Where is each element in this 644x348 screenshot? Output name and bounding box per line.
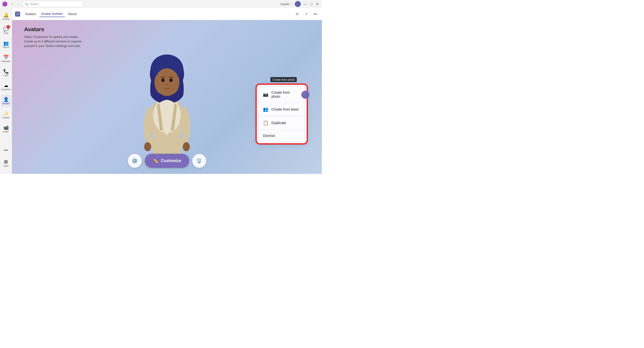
sidebar-item-activity[interactable]: 🔔 Activity	[1, 10, 11, 23]
create-from-base-label: Create from base	[271, 107, 299, 111]
app-window: 🟣 ‹ › 🔍 Search Update → — □ ✕ 🔔	[0, 0, 322, 174]
sidebar-label-apps: Apps	[3, 165, 9, 167]
update-button[interactable]: Update →	[280, 3, 293, 6]
close-button[interactable]: ✕	[315, 2, 320, 7]
avatar-svg	[132, 45, 202, 161]
sidebar: 🔔 Activity 💬 Chat 2 👥 Teams 📅 Calendar 📞…	[0, 8, 12, 174]
svg-point-3	[144, 142, 151, 151]
duplicate-icon: 📋	[263, 120, 268, 126]
dropdown-item-create-from-base[interactable]: 👥 Create from base	[259, 103, 305, 116]
avatars-icon: 👤	[3, 97, 9, 102]
onedrive-icon: ☁	[4, 83, 8, 88]
copilot-icon: ✨	[3, 111, 9, 116]
nav-arrows: ‹ ›	[10, 2, 21, 7]
search-bar[interactable]: 🔍 Search	[23, 1, 83, 7]
sidebar-label-calendar: Calendar	[1, 60, 11, 63]
sidebar-item-copilot[interactable]: ✨ Copilot	[1, 109, 11, 122]
activity-icon: 🔔	[3, 13, 9, 17]
search-placeholder: Search	[30, 3, 39, 6]
more-icon: •••	[4, 148, 8, 153]
delete-icon: 🗑️	[196, 158, 202, 164]
svg-point-18	[169, 78, 172, 82]
popout-button[interactable]: ↗	[303, 11, 310, 18]
sidebar-item-chat[interactable]: 💬 Chat 2	[1, 24, 11, 37]
camera-icon: 📷	[263, 92, 268, 97]
avatar-display	[132, 45, 202, 161]
dropdown-container: Create from photo 📷 Create fromphoto	[257, 77, 307, 143]
search-icon: 🔍	[25, 3, 28, 6]
sidebar-label-calls: Calls	[3, 74, 8, 77]
chat-badge: 2	[7, 25, 10, 29]
sidebar-item-calls[interactable]: 📞 Calls	[1, 66, 11, 79]
nav-item-avatars[interactable]: Avatars	[23, 11, 38, 17]
sidebar-item-avatars[interactable]: 👤 Avatars	[1, 94, 11, 108]
nav-item-about[interactable]: About	[66, 11, 79, 17]
user-avatar	[295, 1, 301, 7]
customize-label: Customize	[161, 159, 181, 163]
sidebar-more-button[interactable]: •••	[1, 144, 11, 157]
sidebar-item-teams[interactable]: 👥 Teams	[1, 38, 11, 51]
dismiss-label: Dismiss	[263, 134, 275, 138]
sidebar-label-avatars: Avatars	[2, 102, 10, 105]
create-from-photo-label: Create fromphoto	[271, 90, 290, 98]
app-logo: A	[15, 12, 20, 17]
customize-button[interactable]: ✏️ Customize	[145, 154, 189, 168]
settings-icon: ⚙️	[132, 158, 138, 164]
nav-item-avatar-builder[interactable]: Avatar builder	[39, 11, 65, 17]
teams-logo-icon: 🟣	[2, 1, 8, 7]
duplicate-label: Duplicate	[271, 121, 286, 125]
more-options-button[interactable]: •••	[312, 11, 319, 18]
svg-point-16	[155, 68, 179, 96]
person-settings-icon: 👥	[263, 107, 268, 112]
content-area: A Avatars Avatar builder About ⟳ ↗ ••• A…	[12, 8, 322, 174]
svg-point-17	[161, 78, 164, 82]
purple-circle-accent	[301, 91, 309, 99]
apps-icon: ⊞	[4, 160, 8, 164]
bottom-controls: ⚙️ ✏️ Customize 🗑️	[128, 154, 206, 168]
sidebar-label-onedrive: OneDrive	[1, 88, 11, 91]
sidebar-label-meet: Meet	[3, 130, 8, 133]
page-title-area: Avatars Select 'Customize' to update you…	[24, 26, 84, 48]
sidebar-item-calendar[interactable]: 📅 Calendar	[1, 52, 11, 65]
dropdown-menu: 📷 Create fromphoto 👥 Create from base 📋	[257, 85, 307, 143]
meet-icon: 📹	[3, 125, 9, 130]
title-bar-left: 🟣 ‹ › 🔍 Search	[2, 1, 83, 7]
nav-forward-button[interactable]: ›	[16, 2, 21, 7]
title-bar: 🟣 ‹ › 🔍 Search Update → — □ ✕	[0, 0, 322, 8]
main-layout: 🔔 Activity 💬 Chat 2 👥 Teams 📅 Calendar 📞…	[0, 8, 322, 174]
minimize-button[interactable]: —	[303, 2, 308, 7]
sidebar-item-apps[interactable]: ⊞ Apps	[1, 157, 11, 170]
sidebar-label-activity: Activity	[2, 18, 10, 20]
create-from-photo-tooltip: Create from photo	[270, 77, 297, 82]
calendar-icon: 📅	[3, 55, 9, 60]
refresh-button[interactable]: ⟳	[294, 11, 301, 18]
dropdown-item-dismiss[interactable]: Dismiss	[259, 130, 305, 141]
app-nav: Avatars Avatar builder About	[23, 11, 79, 17]
title-bar-right: Update → — □ ✕	[280, 1, 320, 7]
dropdown-item-duplicate[interactable]: 📋 Duplicate	[259, 117, 305, 129]
sidebar-dots[interactable]: ••• ⊞ Apps	[1, 144, 11, 170]
page-title: Avatars	[24, 26, 84, 33]
sidebar-item-onedrive[interactable]: ☁ OneDrive	[1, 80, 11, 93]
sidebar-item-meet[interactable]: 📹 Meet	[1, 123, 11, 136]
sidebar-label-chat: Chat	[4, 32, 8, 34]
settings-button[interactable]: ⚙️	[128, 154, 142, 168]
sidebar-label-teams: Teams	[3, 46, 9, 48]
sidebar-label-copilot: Copilot	[2, 116, 9, 119]
window-controls: — □ ✕	[303, 2, 320, 7]
svg-point-4	[183, 142, 190, 151]
app-header-right: ⟳ ↗ •••	[294, 11, 319, 18]
dropdown-item-create-from-photo[interactable]: 📷 Create fromphoto	[259, 87, 305, 102]
app-header: A Avatars Avatar builder About ⟳ ↗ •••	[12, 8, 322, 20]
teams-icon: 👥	[3, 41, 9, 45]
calls-icon: 📞	[3, 69, 9, 74]
customize-icon: ✏️	[153, 158, 158, 164]
delete-button[interactable]: 🗑️	[192, 154, 206, 168]
main-content: Avatars Select 'Customize' to update you…	[12, 20, 322, 174]
maximize-button[interactable]: □	[309, 2, 314, 7]
page-subtitle: Select 'Customize' to update your avatar…	[24, 35, 84, 48]
nav-back-button[interactable]: ‹	[10, 2, 15, 7]
